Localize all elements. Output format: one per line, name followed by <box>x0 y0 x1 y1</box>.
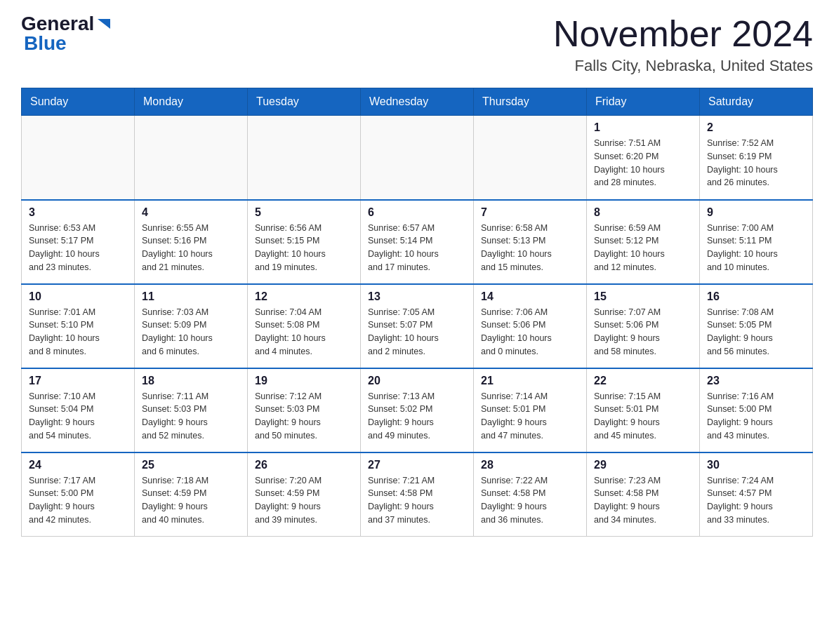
table-row: 27Sunrise: 7:21 AM Sunset: 4:58 PM Dayli… <box>361 452 474 537</box>
table-row: 28Sunrise: 7:22 AM Sunset: 4:58 PM Dayli… <box>474 452 587 537</box>
day-info: Sunrise: 7:13 AM Sunset: 5:02 PM Dayligh… <box>368 390 466 443</box>
header-thursday: Thursday <box>474 88 587 116</box>
day-number: 3 <box>29 206 127 219</box>
table-row: 11Sunrise: 7:03 AM Sunset: 5:09 PM Dayli… <box>135 284 248 368</box>
day-info: Sunrise: 6:55 AM Sunset: 5:16 PM Dayligh… <box>142 222 240 274</box>
day-info: Sunrise: 7:17 AM Sunset: 5:00 PM Dayligh… <box>29 474 127 527</box>
logo-blue-text: Blue <box>21 34 67 53</box>
day-number: 5 <box>255 206 353 219</box>
calendar-week-row: 24Sunrise: 7:17 AM Sunset: 5:00 PM Dayli… <box>22 452 813 537</box>
day-info: Sunrise: 7:11 AM Sunset: 5:03 PM Dayligh… <box>142 390 240 443</box>
day-info: Sunrise: 6:59 AM Sunset: 5:12 PM Dayligh… <box>594 222 692 274</box>
table-row <box>248 116 361 200</box>
day-info: Sunrise: 7:51 AM Sunset: 6:20 PM Dayligh… <box>594 137 692 189</box>
calendar-week-row: 3Sunrise: 6:53 AM Sunset: 5:17 PM Daylig… <box>22 200 813 284</box>
table-row: 10Sunrise: 7:01 AM Sunset: 5:10 PM Dayli… <box>22 284 135 368</box>
day-number: 18 <box>142 375 240 387</box>
day-info: Sunrise: 7:16 AM Sunset: 5:00 PM Dayligh… <box>707 390 805 443</box>
logo-triangle-icon <box>96 16 112 32</box>
table-row <box>474 116 587 200</box>
day-number: 21 <box>481 375 579 387</box>
table-row: 29Sunrise: 7:23 AM Sunset: 4:58 PM Dayli… <box>587 452 700 537</box>
day-number: 1 <box>594 121 692 134</box>
table-row: 3Sunrise: 6:53 AM Sunset: 5:17 PM Daylig… <box>22 200 135 284</box>
day-number: 4 <box>142 206 240 219</box>
header-monday: Monday <box>135 88 248 116</box>
day-info: Sunrise: 7:12 AM Sunset: 5:03 PM Dayligh… <box>255 390 353 443</box>
page-header: General Blue November 2024 Falls City, N… <box>21 14 813 75</box>
day-number: 24 <box>29 459 127 471</box>
table-row <box>22 116 135 200</box>
day-info: Sunrise: 7:52 AM Sunset: 6:19 PM Dayligh… <box>707 137 805 189</box>
day-info: Sunrise: 7:05 AM Sunset: 5:07 PM Dayligh… <box>368 306 466 358</box>
day-info: Sunrise: 7:08 AM Sunset: 5:05 PM Dayligh… <box>707 306 805 358</box>
day-number: 15 <box>594 290 692 303</box>
day-info: Sunrise: 6:57 AM Sunset: 5:14 PM Dayligh… <box>368 222 466 274</box>
day-info: Sunrise: 7:23 AM Sunset: 4:58 PM Dayligh… <box>594 474 692 527</box>
day-number: 10 <box>29 290 127 303</box>
table-row: 16Sunrise: 7:08 AM Sunset: 5:05 PM Dayli… <box>700 284 813 368</box>
day-info: Sunrise: 7:21 AM Sunset: 4:58 PM Dayligh… <box>368 474 466 527</box>
day-info: Sunrise: 6:58 AM Sunset: 5:13 PM Dayligh… <box>481 222 579 274</box>
calendar-subtitle: Falls City, Nebraska, United States <box>553 57 813 75</box>
day-number: 14 <box>481 290 579 303</box>
svg-marker-0 <box>98 19 110 29</box>
day-info: Sunrise: 7:03 AM Sunset: 5:09 PM Dayligh… <box>142 306 240 358</box>
logo-general-text: General <box>21 14 94 34</box>
day-info: Sunrise: 7:15 AM Sunset: 5:01 PM Dayligh… <box>594 390 692 443</box>
table-row: 18Sunrise: 7:11 AM Sunset: 5:03 PM Dayli… <box>135 368 248 452</box>
day-number: 2 <box>707 121 805 134</box>
table-row: 30Sunrise: 7:24 AM Sunset: 4:57 PM Dayli… <box>700 452 813 537</box>
table-row: 19Sunrise: 7:12 AM Sunset: 5:03 PM Dayli… <box>248 368 361 452</box>
table-row: 1Sunrise: 7:51 AM Sunset: 6:20 PM Daylig… <box>587 116 700 200</box>
table-row: 7Sunrise: 6:58 AM Sunset: 5:13 PM Daylig… <box>474 200 587 284</box>
calendar-title: November 2024 <box>553 14 813 54</box>
day-number: 17 <box>29 375 127 387</box>
day-info: Sunrise: 7:06 AM Sunset: 5:06 PM Dayligh… <box>481 306 579 358</box>
table-row: 8Sunrise: 6:59 AM Sunset: 5:12 PM Daylig… <box>587 200 700 284</box>
day-info: Sunrise: 7:24 AM Sunset: 4:57 PM Dayligh… <box>707 474 805 527</box>
day-info: Sunrise: 6:53 AM Sunset: 5:17 PM Dayligh… <box>29 222 127 274</box>
table-row: 23Sunrise: 7:16 AM Sunset: 5:00 PM Dayli… <box>700 368 813 452</box>
day-number: 6 <box>368 206 466 219</box>
table-row: 21Sunrise: 7:14 AM Sunset: 5:01 PM Dayli… <box>474 368 587 452</box>
table-row: 9Sunrise: 7:00 AM Sunset: 5:11 PM Daylig… <box>700 200 813 284</box>
calendar-week-row: 10Sunrise: 7:01 AM Sunset: 5:10 PM Dayli… <box>22 284 813 368</box>
header-tuesday: Tuesday <box>248 88 361 116</box>
table-row <box>361 116 474 200</box>
header-wednesday: Wednesday <box>361 88 474 116</box>
day-info: Sunrise: 7:04 AM Sunset: 5:08 PM Dayligh… <box>255 306 353 358</box>
day-info: Sunrise: 7:10 AM Sunset: 5:04 PM Dayligh… <box>29 390 127 443</box>
table-row: 2Sunrise: 7:52 AM Sunset: 6:19 PM Daylig… <box>700 116 813 200</box>
day-number: 22 <box>594 375 692 387</box>
table-row: 15Sunrise: 7:07 AM Sunset: 5:06 PM Dayli… <box>587 284 700 368</box>
weekday-header-row: Sunday Monday Tuesday Wednesday Thursday… <box>22 88 813 116</box>
day-number: 20 <box>368 375 466 387</box>
calendar-week-row: 1Sunrise: 7:51 AM Sunset: 6:20 PM Daylig… <box>22 116 813 200</box>
table-row: 24Sunrise: 7:17 AM Sunset: 5:00 PM Dayli… <box>22 452 135 537</box>
table-row: 20Sunrise: 7:13 AM Sunset: 5:02 PM Dayli… <box>361 368 474 452</box>
table-row: 13Sunrise: 7:05 AM Sunset: 5:07 PM Dayli… <box>361 284 474 368</box>
header-friday: Friday <box>587 88 700 116</box>
logo: General Blue <box>21 14 112 53</box>
day-info: Sunrise: 7:20 AM Sunset: 4:59 PM Dayligh… <box>255 474 353 527</box>
table-row: 26Sunrise: 7:20 AM Sunset: 4:59 PM Dayli… <box>248 452 361 537</box>
day-info: Sunrise: 7:22 AM Sunset: 4:58 PM Dayligh… <box>481 474 579 527</box>
day-info: Sunrise: 6:56 AM Sunset: 5:15 PM Dayligh… <box>255 222 353 274</box>
table-row: 17Sunrise: 7:10 AM Sunset: 5:04 PM Dayli… <box>22 368 135 452</box>
day-info: Sunrise: 7:00 AM Sunset: 5:11 PM Dayligh… <box>707 222 805 274</box>
day-number: 12 <box>255 290 353 303</box>
day-number: 11 <box>142 290 240 303</box>
title-section: November 2024 Falls City, Nebraska, Unit… <box>553 14 813 75</box>
day-number: 26 <box>255 459 353 471</box>
day-number: 8 <box>594 206 692 219</box>
table-row: 22Sunrise: 7:15 AM Sunset: 5:01 PM Dayli… <box>587 368 700 452</box>
table-row: 25Sunrise: 7:18 AM Sunset: 4:59 PM Dayli… <box>135 452 248 537</box>
day-number: 29 <box>594 459 692 471</box>
day-number: 19 <box>255 375 353 387</box>
calendar-week-row: 17Sunrise: 7:10 AM Sunset: 5:04 PM Dayli… <box>22 368 813 452</box>
day-number: 16 <box>707 290 805 303</box>
table-row <box>135 116 248 200</box>
calendar-table: Sunday Monday Tuesday Wednesday Thursday… <box>21 88 813 537</box>
day-number: 9 <box>707 206 805 219</box>
